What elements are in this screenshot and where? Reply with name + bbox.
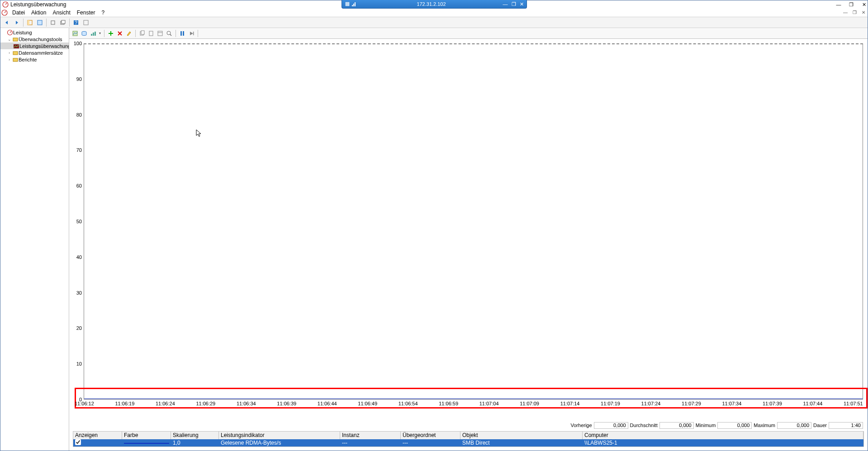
counter-table: Anzeigen Farbe Skalierung Leistungsindik… xyxy=(73,431,864,447)
tree-label: Leistungsüberwachung xyxy=(19,43,69,49)
svg-rect-38 xyxy=(180,31,182,36)
window-close-button[interactable]: ✕ xyxy=(861,2,867,7)
back-button[interactable] xyxy=(2,18,11,27)
tree-root-leistung[interactable]: Leistung xyxy=(0,29,69,36)
paste-button[interactable] xyxy=(147,29,155,38)
remote-minimize-button[interactable]: — xyxy=(503,1,508,7)
menu-aktion[interactable]: Aktion xyxy=(28,9,49,17)
svg-rect-2 xyxy=(353,4,354,6)
svg-rect-40 xyxy=(193,32,194,35)
folder-dcs-icon xyxy=(12,50,19,56)
chart-type-button[interactable] xyxy=(89,29,97,38)
window-title: Leistungsüberwachung xyxy=(10,1,66,8)
menu-ansicht[interactable]: Ansicht xyxy=(50,9,73,17)
tree-label: Datensammlersätze xyxy=(19,50,63,56)
svg-rect-11 xyxy=(51,21,55,24)
svg-line-18 xyxy=(10,31,11,33)
row-computer: \\LABWS25-1 xyxy=(583,440,863,446)
svg-rect-33 xyxy=(149,31,153,36)
chart-plot[interactable] xyxy=(84,43,863,399)
view-log-button[interactable] xyxy=(80,29,88,38)
tree-label: Überwachungstools xyxy=(19,37,62,42)
remove-counter-button[interactable] xyxy=(116,29,124,38)
new-window-button[interactable] xyxy=(58,18,67,27)
svg-rect-3 xyxy=(355,2,356,6)
remote-ip: 172.31.2.102 xyxy=(360,1,503,7)
header-farbe[interactable]: Farbe xyxy=(122,432,171,439)
highlight-button[interactable] xyxy=(125,29,133,38)
export-button[interactable] xyxy=(48,18,57,27)
row-show-checkbox[interactable] xyxy=(75,439,81,445)
help-button[interactable]: ? xyxy=(71,18,81,27)
tree-tools[interactable]: ⌄ Überwachungstools xyxy=(0,36,69,42)
svg-rect-22 xyxy=(13,58,18,61)
svg-text:?: ? xyxy=(75,20,77,25)
chart-type-dropdown[interactable]: ▾ xyxy=(98,31,102,35)
header-uebergeordnet[interactable]: Übergeordnet xyxy=(401,432,460,439)
tree-dcs[interactable]: › Datensammlersätze xyxy=(0,49,69,56)
svg-rect-10 xyxy=(38,20,42,25)
header-instanz[interactable]: Instanz xyxy=(340,432,401,439)
signal-icon xyxy=(351,1,357,7)
header-objekt[interactable]: Objekt xyxy=(460,432,583,439)
right-pane: ▾ 100 90 80 xyxy=(69,28,868,451)
tree-reports[interactable]: › Berichte xyxy=(0,56,69,63)
update-button[interactable] xyxy=(187,29,195,38)
menu-help[interactable]: ? xyxy=(99,9,107,17)
stats-bar: Vorherige 0,000 Durchschnitt 0,000 Minim… xyxy=(69,421,868,429)
forward-button[interactable] xyxy=(12,18,21,27)
graph-toolbar: ▾ xyxy=(69,28,868,39)
stat-durchschnitt-value: 0,000 xyxy=(659,422,694,429)
properties-graph-button[interactable] xyxy=(156,29,164,38)
mdi-close-button[interactable]: ✕ xyxy=(860,9,867,15)
svg-point-36 xyxy=(167,31,171,35)
chart-area[interactable]: 100 90 80 70 60 50 40 30 20 10 0 1 xyxy=(69,39,868,421)
window-maximize-button[interactable]: ❐ xyxy=(849,2,854,7)
folder-reports-icon xyxy=(12,56,19,63)
main-toolbar: ? xyxy=(0,17,868,28)
chart-y-axis: 100 90 80 70 60 50 40 30 20 10 0 xyxy=(72,43,83,399)
stat-maximum-value: 0,000 xyxy=(777,422,811,429)
svg-rect-25 xyxy=(93,33,94,36)
mdi-restore-button[interactable]: ❐ xyxy=(851,9,858,15)
view-current-button[interactable] xyxy=(71,29,79,38)
pin-icon[interactable] xyxy=(345,1,350,7)
row-scale: 1,0 xyxy=(171,440,219,446)
add-counter-button[interactable] xyxy=(107,29,115,38)
tree-pane: Leistung ⌄ Überwachungstools Leistungsüb… xyxy=(0,28,69,451)
expander-expand-icon[interactable]: › xyxy=(7,57,12,62)
remote-restore-button[interactable]: ❐ xyxy=(512,1,516,7)
menu-fenster[interactable]: Fenster xyxy=(74,9,98,17)
svg-line-5 xyxy=(5,3,7,5)
stat-vorherige-value: 0,000 xyxy=(594,422,628,429)
row-color-sample xyxy=(124,443,169,444)
menu-datei[interactable]: Datei xyxy=(9,9,28,17)
tree-perfmon-selected[interactable]: Leistungsüberwachung xyxy=(0,42,69,49)
remote-close-button[interactable]: ✕ xyxy=(520,1,524,7)
expander-expand-icon[interactable]: › xyxy=(7,51,12,55)
copy-button[interactable] xyxy=(138,29,146,38)
header-leistungsindikator[interactable]: Leistungsindikator xyxy=(219,432,340,439)
mdi-minimize-button[interactable]: — xyxy=(842,9,849,15)
show-hide-tree-button[interactable] xyxy=(25,18,34,27)
properties-button[interactable] xyxy=(35,18,44,27)
stat-dauer-value: 1:40 xyxy=(829,422,863,429)
menu-bar: Datei Aktion Ansicht Fenster ? — ❐ ✕ xyxy=(0,9,868,17)
svg-rect-34 xyxy=(158,31,162,36)
zoom-button[interactable] xyxy=(165,29,173,38)
header-anzeigen[interactable]: Anzeigen xyxy=(73,432,122,439)
tree-label: Berichte xyxy=(19,57,37,62)
table-row[interactable]: 1,0 Gelesene RDMA-Bytes/s --- --- SMB Di… xyxy=(73,439,863,446)
extra-button[interactable] xyxy=(81,18,90,27)
chart-series-line xyxy=(84,399,863,399)
svg-rect-39 xyxy=(183,31,184,36)
remote-connection-bar: 172.31.2.102 — ❐ ✕ xyxy=(342,0,527,9)
header-computer[interactable]: Computer xyxy=(583,432,863,439)
window-minimize-button[interactable]: — xyxy=(836,2,841,7)
header-skalierung[interactable]: Skalierung xyxy=(171,432,219,439)
row-instance: --- xyxy=(340,440,401,446)
freeze-button[interactable] xyxy=(178,29,186,38)
expander-collapse-icon[interactable]: ⌄ xyxy=(7,37,12,42)
perfmon-root-icon xyxy=(6,29,13,36)
svg-line-7 xyxy=(5,11,6,13)
